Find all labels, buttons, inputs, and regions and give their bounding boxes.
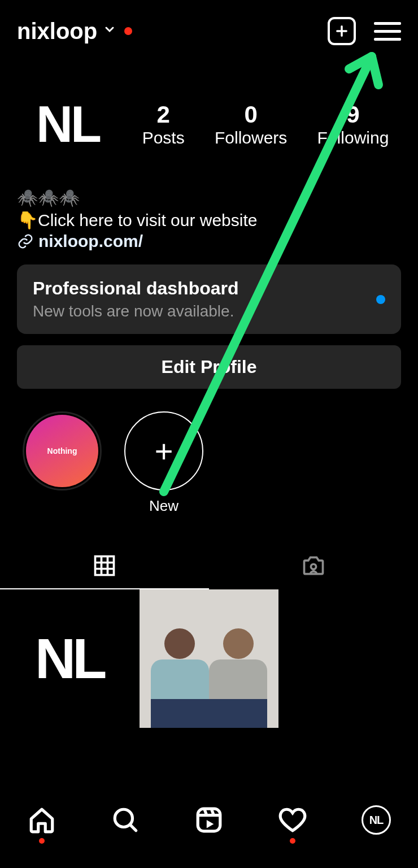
followers-label: Followers [215, 128, 287, 147]
post-photo [140, 589, 278, 728]
dashboard-title: Professional dashboard [33, 278, 239, 299]
highlight-item[interactable]: Nothing [23, 411, 102, 515]
posts-count: 2 [142, 101, 185, 128]
professional-dashboard-card[interactable]: Professional dashboard New tools are now… [17, 264, 401, 334]
tab-tagged[interactable] [209, 543, 418, 589]
nav-activity-dot [290, 838, 295, 844]
home-icon [28, 806, 56, 834]
followers-count: 0 [215, 101, 287, 128]
nav-activity[interactable] [276, 803, 310, 837]
highlight-cover-text: Nothing [47, 446, 77, 455]
nav-profile[interactable]: NL [359, 803, 393, 837]
highlight-ring: Nothing [23, 411, 102, 491]
edit-profile-button[interactable]: Edit Profile [17, 345, 401, 389]
heart-icon [278, 806, 307, 834]
post-empty [280, 589, 418, 728]
search-icon [111, 806, 140, 834]
posts-grid: NL [0, 589, 418, 728]
nav-profile-avatar: NL [362, 805, 391, 835]
highlight-new-label: New [149, 497, 178, 515]
bio-link-text: nixloop.com/ [38, 232, 143, 251]
add-highlight-circle: + [124, 411, 203, 491]
app-root: nixloop NL 2 Posts [0, 0, 418, 868]
bio-line-2: 👇Click here to visit our website [17, 209, 401, 232]
svg-point-1 [311, 564, 316, 569]
profile-tabs [0, 543, 418, 589]
tagged-icon [301, 553, 326, 578]
nav-home-dot [39, 838, 45, 844]
hamburger-icon [374, 22, 401, 25]
dashboard-text: Professional dashboard New tools are now… [33, 278, 239, 320]
nav-reels[interactable] [192, 803, 226, 837]
bottom-nav: NL [0, 772, 418, 868]
dashboard-indicator-dot [376, 295, 385, 304]
post-thumbnail[interactable] [140, 589, 278, 728]
highlight-cover: Nothing [26, 415, 98, 487]
username-switcher[interactable]: nixloop [17, 19, 132, 44]
notification-dot [124, 27, 132, 35]
story-highlights: Nothing + New [0, 389, 418, 515]
profile-header: nixloop [0, 0, 418, 51]
profile-summary: NL 2 Posts 0 Followers 9 Following [0, 51, 418, 186]
menu-button[interactable] [374, 22, 401, 41]
svg-rect-3 [198, 809, 220, 831]
plus-icon: + [155, 433, 173, 470]
stat-followers[interactable]: 0 Followers [215, 101, 287, 147]
nav-search[interactable] [108, 803, 142, 837]
highlight-new[interactable]: + New [124, 411, 203, 515]
avatar-text: NL [36, 96, 99, 154]
username-label: nixloop [17, 19, 97, 44]
post-nl-text: NL [35, 626, 103, 691]
svg-rect-0 [95, 557, 114, 575]
posts-label: Posts [142, 128, 185, 147]
nav-home[interactable] [25, 803, 59, 837]
stat-following[interactable]: 9 Following [317, 101, 389, 147]
profile-stats: 2 Posts 0 Followers 9 Following [130, 101, 401, 147]
create-button[interactable] [328, 17, 356, 45]
edit-profile-label: Edit Profile [162, 357, 257, 377]
grid-icon [92, 553, 117, 578]
profile-bio: 🕷️🕷️🕷️ 👇Click here to visit our website … [0, 186, 418, 251]
link-icon [17, 233, 34, 250]
dashboard-subtitle: New tools are now available. [33, 302, 239, 320]
tab-grid[interactable] [0, 543, 209, 589]
following-label: Following [317, 128, 389, 147]
profile-avatar[interactable]: NL [17, 73, 119, 175]
plus-icon [334, 23, 350, 39]
header-actions [328, 17, 401, 45]
following-count: 9 [317, 101, 389, 128]
post-thumbnail[interactable]: NL [0, 589, 138, 728]
nav-avatar-text: NL [369, 814, 384, 827]
bio-link[interactable]: nixloop.com/ [17, 232, 401, 251]
stat-posts[interactable]: 2 Posts [142, 101, 185, 147]
bio-line-1: 🕷️🕷️🕷️ [17, 186, 401, 209]
chevron-down-icon [103, 23, 116, 40]
reels-icon [195, 806, 223, 834]
